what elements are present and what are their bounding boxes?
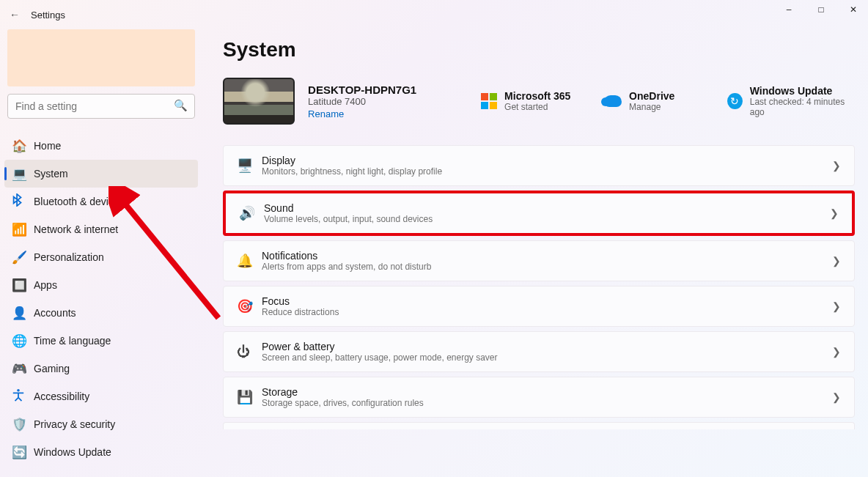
link-sub: Last checked: 4 minutes ago: [750, 97, 855, 117]
network-icon: 📶: [12, 222, 34, 237]
notifications-icon: 🔔: [237, 253, 262, 269]
chevron-right-icon: ❯: [832, 160, 841, 171]
chevron-right-icon: ❯: [832, 346, 841, 358]
storage-icon: 💾: [237, 389, 262, 405]
row-title: Notifications: [262, 250, 832, 262]
nav-label: Home: [34, 140, 61, 152]
windows-update-link[interactable]: ↻ Windows Update Last checked: 4 minutes…: [727, 85, 855, 117]
accounts-icon: 👤: [12, 306, 34, 321]
nav-accounts[interactable]: 👤 Accounts: [4, 299, 198, 327]
row-notifications[interactable]: 🔔 Notifications Alerts from apps and sys…: [223, 240, 855, 281]
system-icon: 💻: [12, 166, 34, 182]
nav-label: Network & internet: [34, 223, 118, 235]
nav-label: Bluetooth & devices: [34, 196, 125, 207]
personalization-icon: 🖌️: [12, 250, 34, 265]
nav-personalization[interactable]: 🖌️ Personalization: [4, 243, 198, 271]
onedrive-icon: [604, 95, 622, 107]
gaming-icon: 🎮: [12, 361, 34, 377]
chevron-right-icon: ❯: [832, 255, 841, 267]
row-title: Focus: [262, 295, 832, 307]
nav-network[interactable]: 📶 Network & internet: [4, 215, 198, 243]
row-focus[interactable]: 🎯 Focus Reduce distractions ❯: [223, 286, 855, 327]
microsoft-logo-icon: [481, 93, 497, 109]
row-sub: Screen and sleep, battery usage, power m…: [262, 352, 832, 363]
bluetooth-icon: [12, 193, 34, 210]
row-sound[interactable]: 🔊 Sound Volume levels, output, input, so…: [223, 191, 855, 236]
page-title: System: [223, 38, 855, 62]
row-power[interactable]: ⏻ Power & battery Screen and sleep, batt…: [223, 331, 855, 372]
nav-label: Gaming: [34, 363, 70, 374]
nav-gaming[interactable]: 🎮 Gaming: [4, 355, 198, 382]
nav-system[interactable]: 💻 System: [4, 160, 198, 188]
nav-privacy[interactable]: 🛡️ Privacy & security: [4, 410, 198, 438]
home-icon: 🏠: [12, 138, 34, 154]
nav-label: Time & language: [34, 335, 111, 347]
device-name: DESKTOP-HDPN7G1: [308, 84, 455, 96]
nav-windows-update[interactable]: 🔄 Windows Update: [4, 438, 198, 466]
nav-label: Personalization: [34, 251, 104, 263]
user-profile-card[interactable]: [7, 29, 195, 86]
row-sub: Monitors, brightness, night light, displ…: [262, 166, 832, 177]
sidebar-nav: 🏠 Home 💻 System Bluetooth & devices 📶 Ne…: [4, 132, 198, 466]
row-title: Display: [262, 155, 832, 166]
device-thumbnail: [223, 78, 295, 125]
onedrive-link[interactable]: OneDrive Manage: [604, 90, 714, 112]
accessibility-icon: [12, 388, 34, 405]
power-icon: ⏻: [237, 344, 262, 360]
focus-icon: 🎯: [237, 298, 262, 314]
nav-label: Apps: [34, 279, 57, 291]
nav-accessibility[interactable]: Accessibility: [4, 382, 198, 410]
time-language-icon: 🌐: [12, 333, 34, 349]
device-model: Latitude 7400: [308, 96, 455, 107]
nav-home[interactable]: 🏠 Home: [4, 132, 198, 160]
chevron-right-icon: ❯: [832, 391, 841, 403]
row-title: Storage: [262, 386, 832, 398]
link-title: OneDrive: [629, 90, 674, 102]
close-button[interactable]: ✕: [842, 4, 865, 15]
sound-icon: 🔊: [239, 205, 264, 221]
display-icon: 🖥️: [237, 158, 262, 174]
nav-label: Windows Update: [34, 446, 111, 458]
chevron-right-icon: ❯: [830, 207, 839, 219]
row-sub: Alerts from apps and system, do not dist…: [262, 262, 832, 272]
row-title: Power & battery: [262, 341, 832, 352]
row-sub: Storage space, drives, configuration rul…: [262, 398, 832, 408]
row-storage[interactable]: 💾 Storage Storage space, drives, configu…: [223, 377, 855, 418]
row-display[interactable]: 🖥️ Display Monitors, brightness, night l…: [223, 145, 855, 186]
link-sub: Manage: [629, 102, 674, 112]
link-title: Microsoft 365: [504, 90, 570, 102]
nav-bluetooth[interactable]: Bluetooth & devices: [4, 188, 198, 215]
nav-label: Accounts: [34, 307, 76, 319]
row-title: Sound: [264, 202, 830, 214]
rename-link[interactable]: Rename: [308, 108, 455, 119]
row-partial: [223, 422, 855, 429]
row-sub: Volume levels, output, input, sound devi…: [264, 214, 830, 224]
update-icon: 🔄: [12, 445, 34, 460]
apps-icon: 🔲: [12, 278, 34, 293]
row-sub: Reduce distractions: [262, 307, 832, 317]
maximize-button[interactable]: □: [809, 4, 833, 15]
nav-label: System: [34, 168, 68, 180]
search-input[interactable]: [7, 94, 195, 119]
shield-icon: 🛡️: [12, 417, 34, 432]
nav-time-language[interactable]: 🌐 Time & language: [4, 327, 198, 355]
link-sub: Get started: [504, 102, 570, 112]
chevron-right-icon: ❯: [832, 300, 841, 312]
nav-label: Privacy & security: [34, 418, 115, 430]
nav-label: Accessibility: [34, 391, 89, 402]
update-circle-icon: ↻: [727, 93, 743, 109]
link-title: Windows Update: [750, 85, 855, 97]
window-title: Settings: [31, 10, 65, 21]
svg-point-0: [17, 388, 20, 391]
nav-apps[interactable]: 🔲 Apps: [4, 271, 198, 299]
microsoft365-link[interactable]: Microsoft 365 Get started: [481, 90, 591, 112]
search-icon: 🔍: [174, 99, 188, 112]
minimize-button[interactable]: –: [777, 4, 801, 15]
back-button[interactable]: ←: [3, 9, 26, 21]
